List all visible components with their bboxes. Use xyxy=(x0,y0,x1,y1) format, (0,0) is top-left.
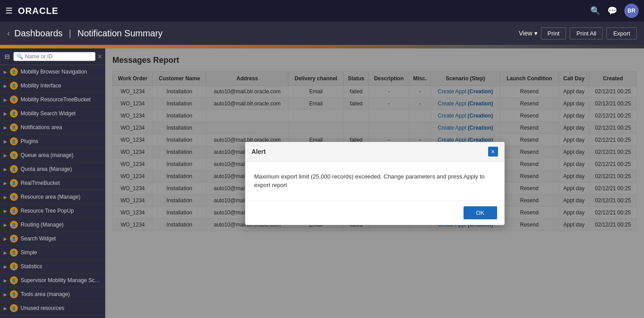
nav-right: 🔍 💬 BR xyxy=(590,4,639,18)
sidebar-user-icon: 👤 xyxy=(10,221,18,229)
sidebar-user-icon: 👤 xyxy=(10,68,18,76)
sidebar-arrow-icon: ▶ xyxy=(4,181,7,186)
sidebar-user-icon: 👤 xyxy=(10,96,18,104)
sidebar-arrow-icon: ▶ xyxy=(4,153,7,158)
oracle-logo: ORACLE xyxy=(18,6,58,16)
sidebar-item-notifications-area[interactable]: ▶👤Notifications area xyxy=(0,121,105,135)
sidebar-item-mobility-resource-tree-bucket[interactable]: ▶👤Mobility ResourceTreeBucket xyxy=(0,93,105,107)
sidebar-item-plugins[interactable]: ▶👤Plugins xyxy=(0,135,105,148)
sidebar-arrow-icon: ▶ xyxy=(4,306,7,311)
sidebar-arrow-icon: ▶ xyxy=(4,111,7,116)
sidebar-item-simple[interactable]: ▶👤Simple xyxy=(0,246,105,260)
sidebar-item-label: Plugins xyxy=(21,138,38,144)
sidebar-item-quota-area-manage[interactable]: ▶👤Quota area (Manage) xyxy=(0,162,105,176)
sidebar-arrow-icon: ▶ xyxy=(4,250,7,255)
print-button[interactable]: Print xyxy=(541,27,567,39)
sidebar-item-label: Supervisor Mobility Manage Scree xyxy=(21,277,102,283)
sidebar-arrow-icon: ▶ xyxy=(4,236,7,241)
search-input-wrap: 🔍 xyxy=(13,52,95,61)
modal-box: Alert × Maximum export limit (25,000 rec… xyxy=(245,142,505,225)
sidebar-user-icon: 👤 xyxy=(10,248,18,257)
sidebar-user-icon: 👤 xyxy=(10,235,18,243)
sidebar-item-resource-area-manage[interactable]: ▶👤Resource area (Manage) xyxy=(0,190,105,204)
sidebar-item-label: Resource Tree PopUp xyxy=(21,208,74,214)
modal-header: Alert × xyxy=(245,142,504,161)
sidebar-item-label: Notifications area xyxy=(21,124,62,131)
sidebar-item-label: Unused resources xyxy=(21,305,64,311)
breadcrumb-left: ‹ Dashboards | Notification Summary xyxy=(7,28,163,39)
search-input[interactable] xyxy=(25,53,92,60)
sidebar-arrow-icon: ▶ xyxy=(4,292,7,297)
sidebar-arrow-icon: ▶ xyxy=(4,125,7,130)
sidebar: ⊟ 🔍 ✕ ▶👤Mobility Browser Navigation▶👤Mob… xyxy=(0,48,105,318)
content-area: Messages Report Work OrderCustomer NameA… xyxy=(105,48,644,318)
sidebar-arrow-icon: ▶ xyxy=(4,222,7,227)
sidebar-item-label: Queue area (manage) xyxy=(21,152,73,158)
breadcrumb-right: View ▾ Print Print All Export xyxy=(519,27,637,39)
sidebar-item-tools-area-manage[interactable]: ▶👤Tools area (manage) xyxy=(0,288,105,301)
avatar[interactable]: BR xyxy=(624,4,639,18)
ok-button[interactable]: OK xyxy=(464,206,497,219)
sidebar-item-mobility-browser-nav[interactable]: ▶👤Mobility Browser Navigation xyxy=(0,65,105,79)
sidebar-item-label: Search Widget xyxy=(21,235,56,242)
sidebar-arrow-icon: ▶ xyxy=(4,278,7,283)
sidebar-item-label: Mobility Browser Navigation xyxy=(21,69,87,75)
message-icon[interactable]: 💬 xyxy=(607,6,617,16)
sidebar-arrow-icon: ▶ xyxy=(4,83,7,88)
sidebar-item-label: Simple xyxy=(21,249,37,256)
sidebar-search-bar: ⊟ 🔍 ✕ xyxy=(0,48,105,65)
sidebar-arrow-icon: ▶ xyxy=(4,70,7,74)
modal-overlay: Alert × Maximum export limit (25,000 rec… xyxy=(105,48,644,318)
sidebar-user-icon: 👤 xyxy=(10,290,18,298)
modal-body: Maximum export limit (25,000 records) ex… xyxy=(245,161,504,200)
sidebar-item-label: Mobility Search Widget xyxy=(21,110,76,117)
sidebar-arrow-icon: ▶ xyxy=(4,195,7,200)
sidebar-user-icon: 👤 xyxy=(10,109,18,118)
sidebar-item-label: Mobility ResourceTreeBucket xyxy=(21,96,90,103)
filter-icon[interactable]: ⊟ xyxy=(3,52,12,61)
sidebar-item-statistics[interactable]: ▶👤Statistics xyxy=(0,260,105,274)
sidebar-item-routing-manage[interactable]: ▶👤Routing (Manage) xyxy=(0,218,105,232)
sidebar-item-queue-area-manage[interactable]: ▶👤Queue area (manage) xyxy=(0,148,105,162)
sidebar-item-label: Mobility Interface xyxy=(21,83,61,89)
sidebar-item-resource-tree-popup[interactable]: ▶👤Resource Tree PopUp xyxy=(0,204,105,218)
search-icon[interactable]: 🔍 xyxy=(590,6,600,16)
modal-footer: OK xyxy=(245,200,504,225)
sidebar-user-icon: 👤 xyxy=(10,137,18,145)
breadcrumb-separator: | xyxy=(69,28,71,39)
sidebar-user-icon: 👤 xyxy=(10,193,18,201)
print-all-button[interactable]: Print All xyxy=(570,27,603,39)
sidebar-user-icon: 👤 xyxy=(10,179,18,187)
sidebar-item-unused-resources[interactable]: ▶👤Unused resources xyxy=(0,301,105,315)
top-nav: ☰ ORACLE 🔍 💬 BR xyxy=(0,0,644,22)
sidebar-user-icon: 👤 xyxy=(10,262,18,270)
sidebar-item-label: Resource area (Manage) xyxy=(21,194,80,200)
modal-message: Maximum export limit (25,000 records) ex… xyxy=(254,173,485,189)
sidebar-arrow-icon: ▶ xyxy=(4,167,7,172)
sidebar-item-supervisor-mobility[interactable]: ▶👤Supervisor Mobility Manage Scree xyxy=(0,274,105,288)
modal-title: Alert xyxy=(252,148,266,155)
sidebar-item-mobility-interface[interactable]: ▶👤Mobility Interface xyxy=(0,79,105,93)
sidebar-item-search-widget[interactable]: ▶👤Search Widget xyxy=(0,232,105,246)
main-layout: ⊟ 🔍 ✕ ▶👤Mobility Browser Navigation▶👤Mob… xyxy=(0,48,644,318)
sidebar-item-user-management[interactable]: ▶👤User Management area (Manage) xyxy=(0,315,105,318)
sidebar-user-icon: 👤 xyxy=(10,82,18,90)
clear-search-button[interactable]: ✕ xyxy=(97,53,103,60)
banner-strip xyxy=(0,45,644,48)
view-button[interactable]: View ▾ xyxy=(519,30,537,37)
nav-left: ☰ ORACLE xyxy=(5,6,58,16)
sidebar-item-real-time-bucket[interactable]: ▶👤RealTimeBucket xyxy=(0,176,105,190)
sidebar-user-icon: 👤 xyxy=(10,304,18,312)
export-button[interactable]: Export xyxy=(606,27,637,39)
sidebar-user-icon: 👤 xyxy=(10,165,18,173)
sidebar-item-label: RealTimeBucket xyxy=(21,180,60,186)
breadcrumb-current: Notification Summary xyxy=(77,28,163,39)
back-arrow[interactable]: ‹ xyxy=(7,29,10,38)
hamburger-icon[interactable]: ☰ xyxy=(5,6,13,16)
sidebar-user-icon: 👤 xyxy=(10,123,18,131)
sidebar-user-icon: 👤 xyxy=(10,207,18,215)
sidebar-arrow-icon: ▶ xyxy=(4,139,7,144)
sidebar-item-mobility-search-widget[interactable]: ▶👤Mobility Search Widget xyxy=(0,107,105,121)
modal-close-button[interactable]: × xyxy=(488,147,498,157)
sidebar-item-label: Statistics xyxy=(21,263,42,270)
